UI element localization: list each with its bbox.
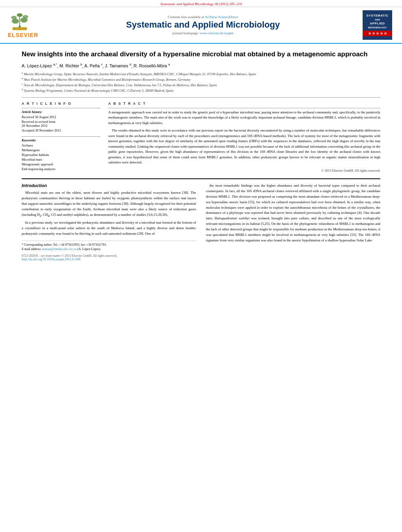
body-right-col: the most remarkable findings was the hig… — [206, 183, 380, 261]
svg-point-13 — [380, 32, 383, 35]
divider-abstract — [108, 108, 380, 108]
svg-point-14 — [384, 32, 387, 35]
journal-title: Systematic and Applied Microbiology — [51, 20, 355, 30]
journal-header: ELSEVIER Contents lists available at Sci… — [0, 7, 402, 44]
journal-logo-right: SYSTEMATIC AND APPLIED MICROBIOLOGY — [363, 10, 394, 40]
body-two-col: Introduction Microbial mats are one of t… — [22, 183, 380, 261]
copyright-line: © 2013 Elsevier GmbH. All rights reserve… — [108, 169, 380, 172]
article-history: Article history: Received 30 August 2012… — [22, 110, 100, 132]
divider-info — [22, 108, 100, 108]
intro-para1: Microbial mats are one of the oldest, mo… — [22, 190, 196, 218]
elsevier-tree-icon — [8, 12, 31, 32]
keyword-microbial-mats: Microbial mats — [22, 158, 100, 161]
logo-title-line4: MICROBIOLOGY — [364, 26, 391, 30]
keywords-section: Keywords: Archaea Methanogens Hypersalin… — [22, 138, 100, 171]
author-tamames: J. Tamames d — [105, 63, 132, 68]
journal-logo-box: SYSTEMATIC AND APPLIED MICROBIOLOGY — [363, 10, 392, 40]
sciverse-line: Contents lists available at SciVerse Sci… — [51, 15, 355, 19]
keyword-metagenomic: Metagenomic approach — [22, 162, 100, 166]
accepted-date: Accepted 20 November 2012 — [22, 128, 100, 132]
body-text-right: the most remarkable findings was the hig… — [206, 183, 380, 243]
body-text-left: Microbial mats are one of the oldest, mo… — [22, 190, 196, 237]
history-title: Article history: — [22, 110, 100, 114]
journal-header-center: Contents lists available at SciVerse Sci… — [51, 15, 355, 35]
affiliation-d: d Systems Biology Programme, Centro Naci… — [22, 88, 380, 93]
intro-para2: In a previous study, we investigated the… — [22, 220, 196, 237]
email-author: (A. López-López). — [77, 247, 101, 251]
elsevier-wordmark: ELSEVIER — [8, 32, 38, 38]
svg-point-6 — [17, 13, 23, 17]
homepage-text: journal homepage: — [172, 31, 200, 35]
svg-point-11 — [372, 32, 375, 35]
logo-title-line2: AND — [364, 19, 391, 22]
sciverse-link[interactable]: SciVerse ScienceDirect — [205, 15, 238, 19]
keyword-hypersaline: Hypersaline habitats — [22, 153, 100, 157]
abstract-col: A B S T R A C T A metagenomic approach w… — [108, 102, 380, 172]
right-para1: the most remarkable findings was the hig… — [206, 183, 380, 243]
svg-point-2 — [12, 19, 19, 24]
doi-link[interactable]: http://dx.doi.org/10.1016/j.syapm.2012.1… — [22, 258, 80, 261]
paper-title: New insights into the archaeal diversity… — [22, 50, 380, 59]
received-revised: Received in revised form20 November 2012 — [22, 120, 100, 128]
abstract-para1: A metagenomic approach was carried out i… — [108, 110, 380, 126]
body-left-col: Introduction Microbial mats are one of t… — [22, 183, 196, 261]
affiliation-b: b Max Planck Institute for Marine Microb… — [22, 77, 380, 82]
svg-point-4 — [11, 16, 17, 19]
content-area: New insights into the archaeal diversity… — [0, 44, 402, 267]
svg-point-10 — [369, 32, 371, 35]
body-divider — [22, 178, 380, 179]
author-pena: A. Peña c — [84, 63, 102, 68]
keywords-title: Keywords: — [22, 138, 100, 142]
affiliations: a Marine Microbiology Group, Dptm. Recur… — [22, 71, 380, 92]
logo-title-line1: SYSTEMATIC — [364, 14, 391, 18]
received-date: Received 30 August 2012 — [22, 115, 100, 119]
email-link[interactable]: aranxa@imedea.uib-csic.es — [42, 247, 77, 251]
affiliation-c: c Àrea de Microbiologia, Departament de … — [22, 82, 380, 87]
svg-point-5 — [22, 15, 28, 19]
footer-issn: 0723-2020/$ – see front matter © 2013 El… — [22, 254, 196, 258]
homepage-link[interactable]: www.elsevier.de/syapm — [200, 31, 233, 35]
article-info-abstract: A R T I C L E I N F O Article history: R… — [22, 102, 380, 172]
logo-title-line3: APPLIED — [364, 22, 391, 26]
introduction-heading: Introduction — [22, 183, 196, 188]
email-label: E-mail address: — [22, 247, 42, 251]
keyword-end-sequencing: End-sequencing analyses — [22, 167, 100, 171]
keyword-methanogens: Methanogens — [22, 148, 100, 152]
footnote-star: * Corresponding author. Tel.: +34 971611… — [22, 243, 196, 247]
author-lopez: A. López-López a,* — [22, 63, 57, 68]
top-banner: Systematic and Applied Microbiology 36 (… — [0, 0, 402, 7]
footnote-email: E-mail address: aranxa@imedea.uib-csic.e… — [22, 247, 196, 251]
journal-reference: Systematic and Applied Microbiology 36 (… — [160, 2, 241, 6]
article-info-label: A R T I C L E I N F O — [22, 102, 100, 106]
author-richter: M. Richter b — [59, 63, 82, 68]
affiliation-a: a Marine Microbiology Group, Dptm. Recur… — [22, 71, 380, 76]
footer-doi: http://dx.doi.org/10.1016/j.syapm.2012.1… — [22, 258, 196, 261]
footnote-area: * Corresponding author. Tel.: +34 971611… — [22, 241, 196, 251]
author-rossello: R. Rosselló-Móra a — [133, 63, 170, 68]
sciverse-text: Contents lists available at — [168, 15, 205, 19]
keyword-archaea: Archaea — [22, 143, 100, 147]
authors-line: A. López-López a,*, M. Richter b, A. Peñ… — [22, 63, 380, 69]
bottom-footer: 0723-2020/$ – see front matter © 2013 El… — [22, 254, 196, 261]
logo-bar — [363, 31, 392, 36]
elsevier-logo: ELSEVIER — [8, 12, 43, 38]
divider-kw — [22, 136, 100, 137]
svg-point-12 — [376, 32, 379, 35]
article-info-col: A R T I C L E I N F O Article history: R… — [22, 102, 100, 172]
logo-bar-icon — [366, 31, 389, 36]
abstract-text: A metagenomic approach was carried out i… — [108, 110, 380, 165]
abstract-para2: The results obtained in this study were … — [108, 128, 380, 165]
abstract-label: A B S T R A C T — [108, 102, 380, 106]
divider-1 — [22, 97, 380, 98]
homepage-line: journal homepage: www.elsevier.de/syapm — [51, 31, 355, 35]
